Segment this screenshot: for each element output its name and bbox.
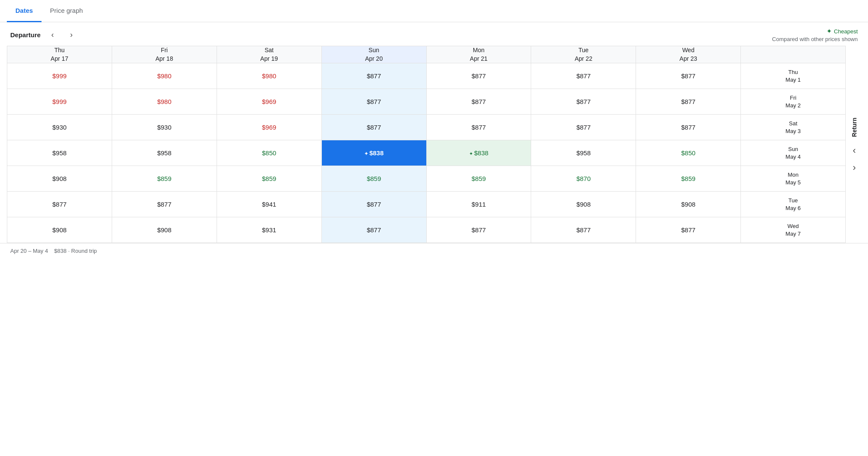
price-cell-r3-c0[interactable]: $958 [7, 140, 112, 166]
price-cell-r3-c5[interactable]: $958 [531, 140, 636, 166]
price-cell-r6-c5[interactable]: $877 [531, 217, 636, 243]
col-header-empty [741, 46, 846, 63]
price-cell-r5-c3[interactable]: $877 [321, 192, 426, 217]
row-header-r1: FriMay 2 [741, 89, 846, 115]
price-table: Thu Apr 17 Fri Apr 18 Sat Apr 19 Sun Apr… [7, 46, 846, 243]
price-value: $859 [157, 175, 171, 182]
price-value: $999 [52, 98, 66, 105]
col-date-0: Apr 17 [7, 55, 112, 63]
price-cell-r4-c5[interactable]: $870 [531, 166, 636, 192]
price-cell-r0-c4[interactable]: $877 [426, 63, 531, 89]
tab-price-graph[interactable]: Price graph [42, 0, 92, 22]
table-row: $877$877$941$877$911$908$908TueMay 6 [7, 192, 846, 217]
price-value: $877 [367, 72, 381, 80]
departure-nav: Departure ‹ › [10, 28, 78, 42]
status-price: $838 · Round trip [54, 248, 97, 254]
cheapest-legend: ✦ Cheapest [772, 27, 858, 35]
col-header-tue-apr22: Tue Apr 22 [531, 46, 636, 63]
price-cell-r5-c5[interactable]: $908 [531, 192, 636, 217]
price-value: $908 [52, 175, 66, 182]
price-cell-r2-c3[interactable]: $877 [321, 115, 426, 140]
price-cell-r4-c4[interactable]: $859 [426, 166, 531, 192]
price-value: $877 [577, 124, 591, 131]
price-cell-r6-c1[interactable]: $908 [112, 217, 217, 243]
col-day-4: Mon [427, 46, 531, 55]
price-value: $870 [577, 175, 591, 182]
price-cell-r0-c5[interactable]: $877 [531, 63, 636, 89]
grid-wrapper: Thu Apr 17 Fri Apr 18 Sat Apr 19 Sun Apr… [0, 46, 868, 243]
col-date-2: Apr 19 [217, 55, 321, 63]
col-date-1: Apr 18 [112, 55, 217, 63]
price-cell-r5-c2[interactable]: $941 [217, 192, 321, 217]
price-cell-r0-c3[interactable]: $877 [321, 63, 426, 89]
price-cell-r4-c1[interactable]: $859 [112, 166, 217, 192]
price-cell-r6-c4[interactable]: $877 [426, 217, 531, 243]
price-cell-r1-c1[interactable]: $980 [112, 89, 217, 115]
price-cell-r2-c6[interactable]: $877 [636, 115, 741, 140]
col-header-sun-apr20: Sun Apr 20 [321, 46, 426, 63]
price-cell-r4-c6[interactable]: $859 [636, 166, 741, 192]
price-cell-r3-c1[interactable]: $958 [112, 140, 217, 166]
price-value: $877 [577, 98, 591, 105]
return-label: Return [848, 114, 860, 140]
price-cell-r6-c6[interactable]: $877 [636, 217, 741, 243]
price-cell-r4-c3[interactable]: $859 [321, 166, 426, 192]
price-cell-r3-c6[interactable]: $850 [636, 140, 741, 166]
next-departure-button[interactable]: › [65, 28, 78, 42]
price-cell-r0-c2[interactable]: $980 [217, 63, 321, 89]
price-cell-r1-c0[interactable]: $999 [7, 89, 112, 115]
table-row: $999$980$969$877$877$877$877FriMay 2 [7, 89, 846, 115]
price-value: $908 [681, 201, 696, 208]
price-cell-r0-c6[interactable]: $877 [636, 63, 741, 89]
price-cell-r2-c5[interactable]: $877 [531, 115, 636, 140]
price-value: $877 [681, 124, 696, 131]
prev-departure-button[interactable]: ‹ [46, 28, 59, 42]
price-cell-r1-c3[interactable]: $877 [321, 89, 426, 115]
price-cell-r2-c2[interactable]: $969 [217, 115, 321, 140]
price-cell-r1-c4[interactable]: $877 [426, 89, 531, 115]
table-row: $930$930$969$877$877$877$877SatMay 3 [7, 115, 846, 140]
tabs-bar: Dates Price graph [0, 0, 868, 22]
price-value: $877 [367, 201, 381, 208]
price-value: $958 [577, 149, 591, 157]
departure-label: Departure [10, 31, 41, 38]
price-cell-r3-c3[interactable]: ✦ $838 [321, 140, 426, 166]
price-cell-r1-c5[interactable]: $877 [531, 89, 636, 115]
price-cell-r3-c4[interactable]: ✦ $838 [426, 140, 531, 166]
price-value: $908 [52, 226, 66, 234]
price-cell-r1-c6[interactable]: $877 [636, 89, 741, 115]
price-cell-r1-c2[interactable]: $969 [217, 89, 321, 115]
price-value: $859 [262, 175, 276, 182]
price-cell-r0-c0[interactable]: $999 [7, 63, 112, 89]
col-day-0: Thu [7, 46, 112, 55]
price-cell-r4-c0[interactable]: $908 [7, 166, 112, 192]
price-cell-r5-c0[interactable]: $877 [7, 192, 112, 217]
price-value: $850 [681, 149, 696, 157]
tab-dates[interactable]: Dates [7, 0, 42, 22]
price-value: $930 [157, 124, 171, 131]
price-cell-r6-c0[interactable]: $908 [7, 217, 112, 243]
price-cell-r2-c0[interactable]: $930 [7, 115, 112, 140]
price-cell-r0-c1[interactable]: $980 [112, 63, 217, 89]
row-header-r4: MonMay 5 [741, 166, 846, 192]
price-cell-r6-c3[interactable]: $877 [321, 217, 426, 243]
price-value: $911 [472, 201, 486, 208]
row-header-r6: WedMay 7 [741, 217, 846, 243]
price-cell-r5-c4[interactable]: $911 [426, 192, 531, 217]
price-value: $877 [472, 226, 486, 234]
row-header-r3: SunMay 4 [741, 140, 846, 166]
prev-return-button[interactable]: ‹ [847, 144, 861, 157]
price-cell-r2-c1[interactable]: $930 [112, 115, 217, 140]
price-cell-r6-c2[interactable]: $931 [217, 217, 321, 243]
price-value: $877 [367, 124, 381, 131]
price-value: $908 [157, 226, 171, 234]
price-cell-r5-c1[interactable]: $877 [112, 192, 217, 217]
price-cell-r2-c4[interactable]: $877 [426, 115, 531, 140]
price-cell-r3-c2[interactable]: $850 [217, 140, 321, 166]
price-cell-r5-c6[interactable]: $908 [636, 192, 741, 217]
next-return-button[interactable]: › [847, 161, 861, 175]
price-value: $877 [472, 124, 486, 131]
price-cell-r4-c2[interactable]: $859 [217, 166, 321, 192]
price-value: $877 [472, 72, 486, 80]
price-value: $877 [367, 98, 381, 105]
